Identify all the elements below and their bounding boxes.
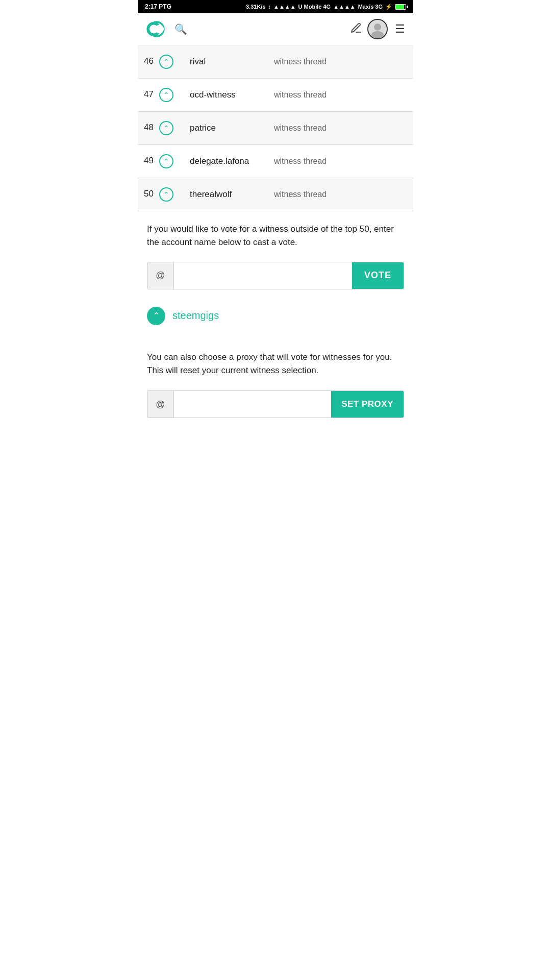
vote-input-row: @ VOTE (147, 262, 404, 289)
rank-number: 48 (144, 122, 154, 133)
status-bar: 2:17 PTG 3.31K/s ↕ ▲▲▲▲ U Mobile 4G ▲▲▲▲… (138, 0, 413, 13)
search-icon[interactable]: 🔍 (174, 23, 187, 35)
upvote-button[interactable]: ⌃ (159, 88, 173, 102)
nav-bar: 🔍 ☰ (138, 13, 413, 45)
proxy-account-input[interactable] (174, 391, 331, 418)
status-bolt: ⚡ (385, 4, 392, 10)
rank-cell: 46 ⌃ (138, 45, 184, 79)
table-row: 49 ⌃ delegate.lafona witness thread (138, 145, 413, 178)
svg-point-5 (374, 23, 381, 31)
vote-account-input[interactable] (174, 262, 352, 289)
proxy-info-text: You can also choose a proxy that will vo… (147, 351, 404, 378)
voted-witness-name[interactable]: steemgigs (172, 310, 219, 322)
status-arrow: ↕ (268, 4, 271, 10)
svg-point-3 (149, 25, 158, 34)
voted-upvote-button[interactable]: ⌃ (147, 307, 165, 325)
witness-link[interactable]: witness thread (268, 79, 413, 112)
status-signal1: ▲▲▲▲ (273, 4, 296, 10)
status-network: 3.31K/s (246, 4, 266, 10)
vote-info-section: If you would like to vote for a witness … (138, 211, 413, 255)
app-logo[interactable] (146, 18, 167, 40)
rank-cell: 50 ⌃ (138, 178, 184, 211)
rank-number: 49 (144, 156, 154, 166)
rank-cell: 47 ⌃ (138, 79, 184, 112)
witness-name[interactable]: ocd-witness (184, 79, 268, 112)
status-signal2: ▲▲▲▲ (333, 4, 356, 10)
status-carrier1: U Mobile 4G (298, 4, 331, 10)
upvote-button[interactable]: ⌃ (159, 55, 173, 69)
witness-name[interactable]: patrice (184, 112, 268, 145)
table-row: 50 ⌃ therealwolf witness thread (138, 178, 413, 211)
rank-cell: 48 ⌃ (138, 112, 184, 145)
avatar[interactable] (367, 19, 388, 39)
status-time: 2:17 PTG (145, 3, 171, 10)
hamburger-menu-icon[interactable]: ☰ (395, 22, 405, 36)
witness-table: 46 ⌃ rival witness thread 47 ⌃ ocd-witne… (138, 45, 413, 211)
set-proxy-button[interactable]: SET PROXY (331, 391, 404, 418)
witness-name[interactable]: rival (184, 45, 268, 79)
rank-number: 50 (144, 189, 154, 199)
proxy-at-prefix: @ (147, 391, 174, 418)
status-carrier2: Maxis 3G (358, 4, 383, 10)
edit-icon[interactable] (350, 22, 362, 37)
proxy-input-row: @ SET PROXY (147, 390, 404, 418)
upvote-button[interactable]: ⌃ (159, 154, 173, 168)
witness-name[interactable]: therealwolf (184, 178, 268, 211)
upvote-button[interactable]: ⌃ (159, 121, 173, 135)
battery-icon (395, 4, 406, 10)
rank-number: 47 (144, 89, 154, 100)
witness-link[interactable]: witness thread (268, 178, 413, 211)
witness-link[interactable]: witness thread (268, 45, 413, 79)
proxy-section: You can also choose a proxy that will vo… (138, 340, 413, 383)
witness-link[interactable]: witness thread (268, 112, 413, 145)
rank-number: 46 (144, 56, 154, 66)
voted-witness-section: ⌃ steemgigs (138, 302, 413, 340)
witness-name[interactable]: delegate.lafona (184, 145, 268, 178)
witness-link[interactable]: witness thread (268, 145, 413, 178)
vote-button[interactable]: VOTE (352, 262, 404, 289)
rank-cell: 49 ⌃ (138, 145, 184, 178)
vote-info-text: If you would like to vote for a witness … (147, 223, 404, 250)
upvote-button[interactable]: ⌃ (159, 187, 173, 202)
table-row: 48 ⌃ patrice witness thread (138, 112, 413, 145)
table-row: 46 ⌃ rival witness thread (138, 45, 413, 79)
table-row: 47 ⌃ ocd-witness witness thread (138, 79, 413, 112)
vote-at-prefix: @ (147, 262, 174, 289)
